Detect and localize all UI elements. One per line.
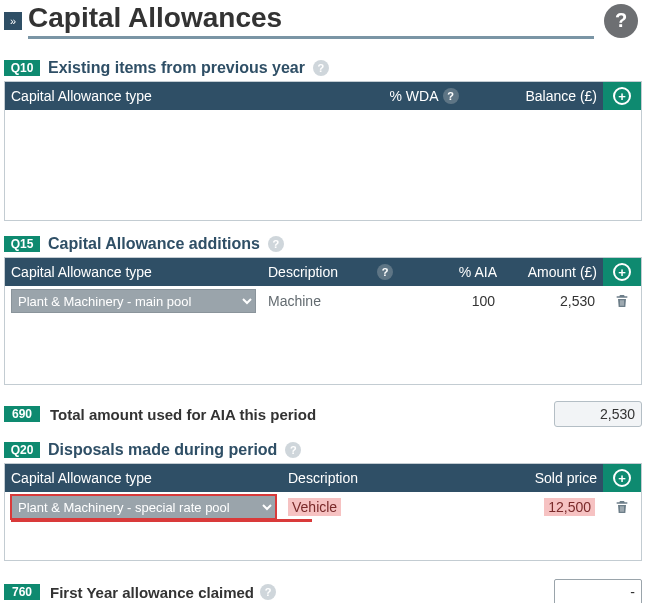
- table-row: Plant & Machinery - special rate pool Ve…: [5, 492, 641, 522]
- trash-icon: [614, 499, 630, 515]
- sold-price-field[interactable]: 12,500: [503, 496, 603, 518]
- q10-table-body: [5, 110, 641, 220]
- help-icon[interactable]: ?: [260, 584, 276, 600]
- delete-row-button[interactable]: [603, 499, 641, 515]
- description-field[interactable]: Vehicle: [282, 496, 503, 518]
- description-field[interactable]: Machine: [262, 291, 433, 311]
- row-760-label: First Year allowance claimed: [50, 584, 254, 601]
- row-690-label: Total amount used for AIA this period: [50, 406, 544, 423]
- help-icon[interactable]: ?: [377, 264, 393, 280]
- column-header-type: Capital Allowance type: [5, 260, 262, 284]
- aia-percent-field[interactable]: 100: [433, 291, 503, 311]
- first-year-allowance-input[interactable]: -: [554, 579, 642, 603]
- help-icon[interactable]: ?: [443, 88, 459, 104]
- q15-number-badge: Q15: [4, 236, 40, 252]
- plus-icon: +: [613, 469, 631, 487]
- help-icon[interactable]: ?: [604, 4, 638, 38]
- column-header-type: Capital Allowance type: [5, 466, 282, 490]
- q15-title: Capital Allowance additions: [48, 235, 260, 253]
- q20-title: Disposals made during period: [48, 441, 277, 459]
- plus-icon: +: [613, 87, 631, 105]
- table-row: Plant & Machinery - main pool Machine 10…: [5, 286, 641, 316]
- add-row-button[interactable]: +: [603, 82, 641, 110]
- help-icon[interactable]: ?: [313, 60, 329, 76]
- row-690-number-badge: 690: [4, 406, 40, 422]
- q10-number-badge: Q10: [4, 60, 40, 76]
- q20-number-badge: Q20: [4, 442, 40, 458]
- column-header-balance: Balance (£): [503, 84, 603, 108]
- allowance-type-select[interactable]: Plant & Machinery - main pool: [11, 289, 256, 313]
- add-row-button[interactable]: +: [603, 464, 641, 492]
- amount-field[interactable]: 2,530: [503, 291, 603, 311]
- column-header-description: Description ?: [262, 260, 433, 284]
- column-header-amount: Amount (£): [503, 260, 603, 284]
- trash-icon: [614, 293, 630, 309]
- help-icon[interactable]: ?: [268, 236, 284, 252]
- column-header-description: Description: [282, 466, 503, 490]
- column-header-wda: % WDA ?: [345, 84, 503, 108]
- expand-panel-button[interactable]: »: [4, 12, 22, 30]
- q10-title: Existing items from previous year: [48, 59, 305, 77]
- column-header-type: Capital Allowance type: [5, 84, 345, 108]
- q10-table: Capital Allowance type % WDA ? Balance (…: [4, 81, 642, 221]
- allowance-type-select[interactable]: Plant & Machinery - special rate pool: [11, 495, 276, 519]
- aia-total-value: 2,530: [554, 401, 642, 427]
- page-title: Capital Allowances: [28, 2, 594, 39]
- plus-icon: +: [613, 263, 631, 281]
- q20-table: Capital Allowance type Description Sold …: [4, 463, 642, 561]
- column-header-sold: Sold price: [503, 466, 603, 490]
- q15-table: Capital Allowance type Description ? % A…: [4, 257, 642, 385]
- help-icon[interactable]: ?: [285, 442, 301, 458]
- add-row-button[interactable]: +: [603, 258, 641, 286]
- column-header-aia: % AIA: [433, 260, 503, 284]
- row-760-number-badge: 760: [4, 584, 40, 600]
- delete-row-button[interactable]: [603, 293, 641, 309]
